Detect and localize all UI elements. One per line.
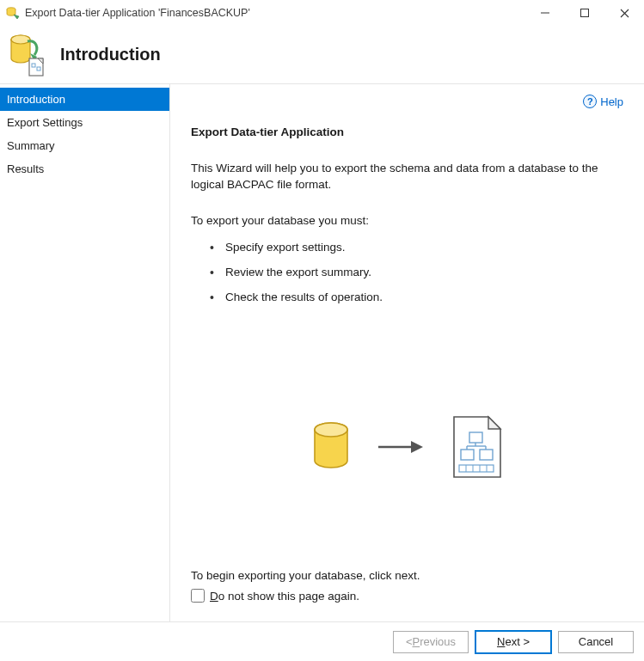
intro-text: This Wizard will help you to export the … xyxy=(191,161,623,193)
next-button[interactable]: Next > xyxy=(475,631,551,653)
minimize-button[interactable] xyxy=(525,0,565,26)
close-button[interactable] xyxy=(604,0,644,26)
sidebar-item-introduction[interactable]: Introduction xyxy=(0,88,169,111)
window-buttons xyxy=(525,0,644,26)
svg-point-6 xyxy=(11,35,30,44)
page-title: Introduction xyxy=(60,45,161,64)
help-label: Help xyxy=(600,95,623,108)
wizard-sidebar: Introduction Export Settings Summary Res… xyxy=(0,84,170,621)
app-icon xyxy=(5,5,21,21)
svg-rect-2 xyxy=(581,9,589,17)
titlebar: Export Data-tier Application 'FinancesBA… xyxy=(0,0,644,26)
sidebar-item-results[interactable]: Results xyxy=(0,157,169,181)
steps-lead: To export your database you must: xyxy=(191,214,623,227)
wizard-header: Introduction xyxy=(0,26,644,84)
step-item: Review the export summary. xyxy=(210,266,623,278)
step-item: Check the results of operation. xyxy=(210,291,623,303)
wizard-body: Introduction Export Settings Summary Res… xyxy=(0,84,644,621)
previous-button: < Previous xyxy=(393,631,469,653)
steps-list: Specify export settings. Review the expo… xyxy=(191,241,623,315)
do-not-show-checkbox[interactable] xyxy=(191,589,205,603)
maximize-button[interactable] xyxy=(565,0,604,26)
help-icon: ? xyxy=(583,95,597,108)
checkbox-label: Do not show this page again. xyxy=(210,590,359,603)
help-link[interactable]: ? Help xyxy=(583,95,623,108)
svg-point-13 xyxy=(315,423,347,437)
diagram xyxy=(191,334,623,560)
do-not-show-checkbox-row[interactable]: Do not show this page again. xyxy=(191,589,623,603)
svg-marker-15 xyxy=(411,441,423,453)
step-item: Specify export settings. xyxy=(210,241,623,254)
sidebar-item-summary[interactable]: Summary xyxy=(0,134,169,157)
database-icon xyxy=(311,421,351,473)
begin-text: To begin exporting your database, click … xyxy=(191,569,623,582)
wizard-content: ? Help Export Data-tier Application This… xyxy=(170,84,644,621)
content-heading: Export Data-tier Application xyxy=(191,125,623,138)
database-export-icon xyxy=(9,33,45,77)
document-icon xyxy=(451,413,504,480)
wizard-footer: < Previous Next > Cancel xyxy=(0,621,644,661)
svg-marker-17 xyxy=(488,417,500,429)
window-title: Export Data-tier Application 'FinancesBA… xyxy=(25,7,525,19)
help-row: ? Help xyxy=(191,93,623,110)
cancel-button[interactable]: Cancel xyxy=(558,631,634,653)
sidebar-item-export-settings[interactable]: Export Settings xyxy=(0,111,169,134)
arrow-right-icon xyxy=(377,437,425,457)
